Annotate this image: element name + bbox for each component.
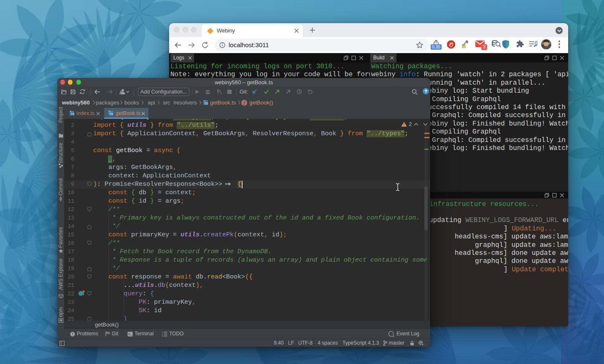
svg-text:TS: TS	[204, 102, 208, 105]
svg-text:TS: TS	[109, 112, 113, 115]
svg-text:TS: TS	[70, 112, 74, 115]
